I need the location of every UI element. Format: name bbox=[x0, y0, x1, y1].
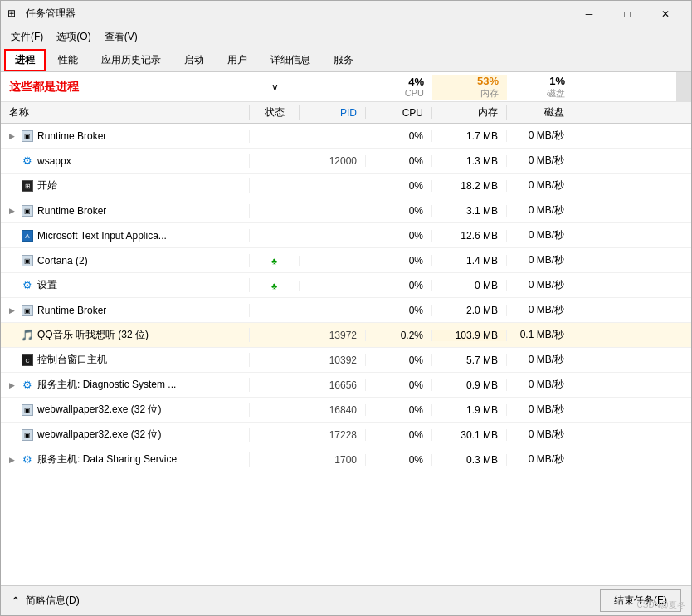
cell-memory: 103.9 MB bbox=[432, 330, 507, 341]
cell-cpu: 0% bbox=[366, 180, 432, 192]
cell-disk: 0 MB/秒 bbox=[507, 428, 573, 442]
cell-process-name: ▣ webwallpaper32.exe (32 位) bbox=[1, 428, 250, 442]
close-button[interactable]: ✕ bbox=[646, 1, 685, 27]
cell-pid: 12000 bbox=[300, 155, 366, 167]
process-icon: ▣ bbox=[21, 204, 34, 218]
process-row[interactable]: ▶ ⚙ 服务主机: Data Sharing Service 1700 0% 0… bbox=[1, 447, 691, 472]
process-icon: ▣ bbox=[21, 428, 34, 442]
process-row[interactable]: 🎵 QQ音乐 听我想听 (32 位) 13972 0.2% 103.9 MB 0… bbox=[1, 323, 691, 348]
cell-process-name: ⊞ 开始 bbox=[1, 178, 250, 193]
process-row[interactable]: ▣ webwallpaper32.exe (32 位) 16840 0% 1.9… bbox=[1, 398, 691, 423]
process-icon: ▣ bbox=[21, 130, 34, 143]
expand-icon bbox=[6, 429, 17, 441]
header-stats-row: 这些都是进程 ∨ 4% CPU 53% 内存 1% 磁盘 bbox=[1, 72, 691, 102]
tab-apphistory[interactable]: 应用历史记录 bbox=[90, 49, 172, 71]
tab-services[interactable]: 服务 bbox=[323, 49, 364, 71]
cell-memory: 5.7 MB bbox=[432, 354, 507, 366]
expand-icon[interactable]: ▶ bbox=[6, 305, 17, 316]
cell-disk: 0 MB/秒 bbox=[507, 178, 573, 193]
expand-icon[interactable]: ▶ bbox=[6, 379, 17, 391]
cell-cpu: 0% bbox=[366, 354, 432, 366]
expand-icon bbox=[6, 330, 17, 341]
header-mem-pct: 53% 内存 bbox=[432, 75, 507, 100]
expand-icon[interactable]: ▶ bbox=[6, 454, 17, 466]
cell-process-name: ▶ ▣ Runtime Broker bbox=[1, 130, 250, 143]
cell-memory: 2.0 MB bbox=[432, 305, 507, 316]
expand-arrow: ⌃ bbox=[11, 594, 21, 608]
cell-disk: 0 MB/秒 bbox=[507, 154, 573, 168]
scrollbar-top[interactable] bbox=[676, 72, 691, 101]
expand-icon[interactable]: ▶ bbox=[6, 130, 17, 142]
tab-processes[interactable]: 进程 bbox=[4, 49, 46, 71]
col-header-name[interactable]: 名称 bbox=[1, 105, 250, 120]
process-row[interactable]: C 控制台窗口主机 10392 0% 5.7 MB 0 MB/秒 bbox=[1, 348, 691, 373]
col-header-memory[interactable]: 内存 bbox=[432, 105, 507, 120]
header-cpu-pct: 4% CPU bbox=[366, 76, 432, 98]
col-header-pid[interactable]: PID bbox=[300, 107, 366, 119]
expand-icon[interactable]: ▶ bbox=[6, 205, 17, 217]
cell-cpu: 0% bbox=[366, 155, 432, 167]
menu-bar: 文件(F) 选项(O) 查看(V) bbox=[1, 27, 691, 46]
process-row[interactable]: ▶ ▣ Runtime Broker 0% 1.7 MB 0 MB/秒 bbox=[1, 124, 691, 149]
tab-startup[interactable]: 启动 bbox=[173, 49, 215, 71]
menu-view[interactable]: 查看(V) bbox=[98, 28, 144, 46]
cell-process-name: ▶ ⚙ 服务主机: Diagnostic System ... bbox=[1, 378, 250, 392]
tab-users[interactable]: 用户 bbox=[217, 49, 258, 71]
process-row[interactable]: ▶ ▣ Runtime Broker 0% 2.0 MB 0 MB/秒 bbox=[1, 298, 691, 323]
cell-process-name: ▶ ▣ Runtime Broker bbox=[1, 204, 250, 218]
header-chevron[interactable]: ∨ bbox=[250, 81, 300, 93]
summary-label: 简略信息(D) bbox=[26, 594, 80, 608]
menu-options[interactable]: 选项(O) bbox=[50, 28, 97, 46]
cell-memory: 30.1 MB bbox=[432, 429, 507, 441]
process-label: webwallpaper32.exe (32 位) bbox=[37, 403, 161, 417]
col-header-status[interactable]: 状态 bbox=[250, 105, 300, 120]
col-header-disk[interactable]: 磁盘 bbox=[507, 105, 573, 120]
cell-memory: 1.3 MB bbox=[432, 155, 507, 167]
process-icon: ⚙ bbox=[21, 279, 34, 292]
summary-info-btn[interactable]: ⌃ 简略信息(D) bbox=[11, 594, 600, 608]
cell-process-name: ⚙ 设置 bbox=[1, 278, 250, 292]
process-row[interactable]: ▶ ⚙ 服务主机: Diagnostic System ... 16656 0%… bbox=[1, 373, 691, 398]
process-row[interactable]: A Microsoft Text Input Applica... 0% 12.… bbox=[1, 223, 691, 248]
process-label: wsappx bbox=[37, 155, 71, 167]
cell-pid: 13972 bbox=[300, 330, 366, 341]
cell-cpu: 0% bbox=[366, 454, 432, 466]
cell-disk: 0 MB/秒 bbox=[507, 253, 573, 267]
process-row[interactable]: ⊞ 开始 0% 18.2 MB 0 MB/秒 bbox=[1, 174, 691, 198]
tab-performance[interactable]: 性能 bbox=[47, 49, 89, 71]
process-row[interactable]: ⚙ 设置 ♣ 0% 0 MB 0 MB/秒 bbox=[1, 273, 691, 298]
col-header-cpu[interactable]: CPU bbox=[366, 107, 432, 119]
header-disk-pct: 1% 磁盘 bbox=[507, 75, 573, 100]
window-title: 任务管理器 bbox=[26, 7, 570, 21]
process-label: webwallpaper32.exe (32 位) bbox=[37, 428, 161, 442]
cell-process-name: ▶ ▣ Runtime Broker bbox=[1, 304, 250, 317]
process-row[interactable]: ▣ Cortana (2) ♣ 0% 1.4 MB 0 MB/秒 bbox=[1, 248, 691, 273]
process-row[interactable]: ▶ ▣ Runtime Broker 0% 3.1 MB 0 MB/秒 bbox=[1, 198, 691, 223]
cell-cpu: 0% bbox=[366, 305, 432, 316]
process-label: Cortana (2) bbox=[37, 255, 88, 266]
cell-status: ♣ bbox=[250, 281, 300, 291]
expand-icon bbox=[6, 280, 17, 291]
cell-memory: 1.4 MB bbox=[432, 255, 507, 266]
process-row[interactable]: ▣ webwallpaper32.exe (32 位) 17228 0% 30.… bbox=[1, 423, 691, 447]
cell-pid: 10392 bbox=[300, 354, 366, 366]
expand-icon bbox=[6, 354, 17, 366]
process-label: Runtime Broker bbox=[37, 205, 106, 217]
cell-cpu: 0% bbox=[366, 255, 432, 266]
cell-disk: 0 MB/秒 bbox=[507, 303, 573, 317]
process-list[interactable]: ▶ ▣ Runtime Broker 0% 1.7 MB 0 MB/秒 ⚙ ws… bbox=[1, 124, 691, 585]
cell-process-name: ▶ ⚙ 服务主机: Data Sharing Service bbox=[1, 452, 250, 467]
cell-cpu: 0% bbox=[366, 230, 432, 242]
maximize-button[interactable]: □ bbox=[608, 1, 646, 27]
cell-disk: 0 MB/秒 bbox=[507, 403, 573, 417]
menu-file[interactable]: 文件(F) bbox=[4, 28, 50, 46]
cell-cpu: 0% bbox=[366, 404, 432, 416]
tab-details[interactable]: 详细信息 bbox=[260, 49, 321, 71]
minimize-button[interactable]: ─ bbox=[570, 1, 608, 27]
process-row[interactable]: ⚙ wsappx 12000 0% 1.3 MB 0 MB/秒 bbox=[1, 149, 691, 174]
cell-process-name: C 控制台窗口主机 bbox=[1, 353, 250, 367]
main-content: 这些都是进程 ∨ 4% CPU 53% 内存 1% 磁盘 bbox=[1, 72, 691, 585]
expand-icon bbox=[6, 230, 17, 242]
expand-icon bbox=[6, 180, 17, 192]
title-bar: ⊞ 任务管理器 ─ □ ✕ bbox=[1, 1, 691, 27]
